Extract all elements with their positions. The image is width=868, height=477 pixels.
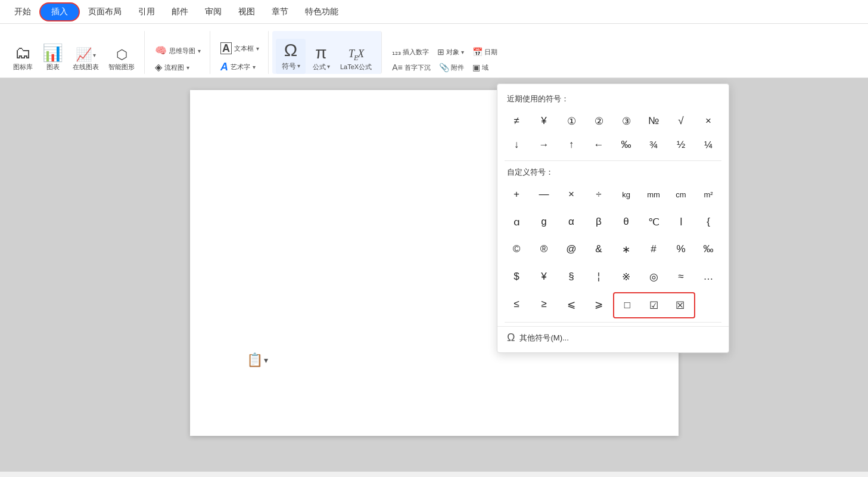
tab-chapter[interactable]: 章节 <box>263 3 297 21</box>
chart-button[interactable]: 📊 图表 <box>39 42 67 74</box>
insert-number-icon: ₁₂₃ <box>392 48 401 57</box>
sym-mm[interactable]: mm <box>640 182 667 206</box>
symbol-up-arrow[interactable]: ↑ <box>558 133 584 157</box>
attachment-button[interactable]: 📎 附件 <box>436 61 467 74</box>
symbol-permille[interactable]: ‰ <box>613 133 639 157</box>
tab-reference[interactable]: 引用 <box>130 3 163 21</box>
sym-percent[interactable]: % <box>668 237 694 261</box>
symbol-12[interactable]: ½ <box>668 133 694 157</box>
symbol-times[interactable]: × <box>695 109 721 133</box>
insert-number-label: 插入数字 <box>403 48 429 57</box>
more-symbols-button[interactable]: Ω 其他符号(M)... <box>497 326 729 346</box>
tab-view[interactable]: 视图 <box>230 3 263 21</box>
sym-broken-bar[interactable]: ¦ <box>586 265 612 289</box>
flowchart-button[interactable]: ◈ 流程图 ▾ <box>152 61 204 74</box>
group-mindmap: 🧠 思维导图 ▾ ◈ 流程图 ▾ <box>148 31 210 74</box>
sym-asterisk[interactable]: ∗ <box>613 237 639 261</box>
symbol-left-arrow[interactable]: ← <box>586 133 612 157</box>
domain-button[interactable]: ▣ 域 <box>469 61 491 74</box>
sym-checkbox-x[interactable]: ☒ <box>667 293 693 317</box>
symbol-right-arrow[interactable]: → <box>531 133 557 157</box>
recent-symbols-title: 近期使用的符号： <box>497 91 729 109</box>
tab-review[interactable]: 审阅 <box>197 3 230 21</box>
textbox-button[interactable]: A 文本框 ▾ <box>217 41 262 56</box>
sym-registered[interactable]: ® <box>531 237 557 261</box>
attachment-icon: 📎 <box>439 63 449 72</box>
symbol-numero[interactable]: № <box>640 109 667 133</box>
tab-special[interactable]: 特色功能 <box>297 3 347 21</box>
sym-reference[interactable]: ※ <box>613 265 639 289</box>
sym-alpha[interactable]: α <box>558 210 584 234</box>
sym-checkbox-checked[interactable]: ☑ <box>640 293 667 317</box>
sym-section[interactable]: § <box>558 265 584 289</box>
first-letter-button[interactable]: A≡ 首字下沉 <box>389 61 434 74</box>
symbol-down-arrow[interactable]: ↓ <box>503 133 530 157</box>
ribbon-tabs: 开始 插入 页面布局 引用 邮件 审阅 视图 章节 特色功能 <box>0 0 868 24</box>
sym-amp[interactable]: & <box>586 237 612 261</box>
symbol-34[interactable]: ¾ <box>640 133 667 157</box>
sym-permille2[interactable]: ‰ <box>695 237 721 261</box>
symbol-circled1[interactable]: ① <box>558 109 584 133</box>
symbol-divider2 <box>505 322 721 323</box>
object-button[interactable]: ⊞ 对象 ▾ <box>434 45 467 58</box>
sym-ellipsis[interactable]: … <box>695 265 721 289</box>
symbol-sqrt[interactable]: √ <box>668 109 694 133</box>
smart-shape-label: 智能图形 <box>108 63 135 72</box>
flowchart-icon: ◈ <box>155 63 162 72</box>
sym-copyright[interactable]: © <box>503 237 530 261</box>
arttext-button[interactable]: A 艺术字 ▾ <box>217 60 262 74</box>
sym-vert-bar[interactable]: ⅼ <box>668 210 694 234</box>
checkbox-symbol-group: □☑☒ <box>613 292 695 318</box>
arttext-label: 艺术字 <box>231 63 250 72</box>
sym-x[interactable]: × <box>558 182 584 206</box>
sym-row5-3[interactable]: ⩾ <box>586 292 612 316</box>
symbol-label: 符号 <box>282 61 296 72</box>
mindmap-label: 思维导图 <box>169 47 195 55</box>
latex-label: LaTeX公式 <box>340 63 372 72</box>
sym-cm[interactable]: cm <box>668 182 694 206</box>
sym-beta[interactable]: β <box>586 210 612 234</box>
mindmap-button[interactable]: 🧠 思维导图 ▾ <box>152 44 204 57</box>
sym-row5-0[interactable]: ≤ <box>503 292 530 316</box>
sym-div[interactable]: ÷ <box>586 182 612 206</box>
sym-row5-2[interactable]: ⩽ <box>558 292 584 316</box>
sym-yen2[interactable]: ¥ <box>531 265 557 289</box>
sym-at[interactable]: @ <box>558 237 584 261</box>
date-button[interactable]: 📅 日期 <box>469 45 500 58</box>
sym-g[interactable]: g <box>531 210 557 234</box>
symbol-circled3[interactable]: ③ <box>613 109 639 133</box>
paste-arrow: ▾ <box>264 355 268 365</box>
tab-insert[interactable]: 插入 <box>39 2 80 21</box>
sym-kg[interactable]: kg <box>613 182 639 206</box>
sym-theta[interactable]: θ <box>613 210 639 234</box>
sym-circled-dot[interactable]: ◎ <box>640 265 667 289</box>
tab-start[interactable]: 开始 <box>6 3 39 21</box>
symbol-yen[interactable]: ¥ <box>531 109 557 133</box>
symbol-icon: Ω <box>284 41 297 59</box>
sym-hash[interactable]: # <box>640 237 667 261</box>
paste-icon-button[interactable]: 📋 ▾ <box>247 352 268 368</box>
tab-page-layout[interactable]: 页面布局 <box>80 3 130 21</box>
tab-mail[interactable]: 邮件 <box>163 3 197 21</box>
sym-row5-1[interactable]: ≥ <box>531 292 557 316</box>
sym-dash[interactable]: — <box>531 182 557 206</box>
symbol-button[interactable]: Ω 符号 ▾ <box>276 39 306 74</box>
insert-number-button[interactable]: ₁₂₃ 插入数字 <box>389 45 432 58</box>
sym-checkbox-empty[interactable]: □ <box>614 293 640 317</box>
sym-celsius[interactable]: ℃ <box>640 210 667 234</box>
icon-lib-button[interactable]: 🗂 图标库 <box>10 42 36 74</box>
latex-button[interactable]: TEX LaTeX公式 <box>337 46 375 74</box>
sym-brace[interactable]: { <box>695 210 721 234</box>
online-chart-arrow: ▾ <box>93 52 96 58</box>
sym-m2[interactable]: m² <box>695 182 721 206</box>
symbol-neq[interactable]: ≠ <box>503 109 530 133</box>
sym-dollar[interactable]: $ <box>503 265 530 289</box>
sym-alpha-variant[interactable]: ɑ <box>503 210 530 234</box>
smart-shape-button[interactable]: ⬡ 智能图形 <box>105 46 138 74</box>
symbol-circled2[interactable]: ② <box>586 109 612 133</box>
formula-button[interactable]: π 公式 ▾ <box>308 42 334 74</box>
sym-approx[interactable]: ≈ <box>668 265 694 289</box>
sym-plus[interactable]: + <box>503 182 530 206</box>
symbol-14[interactable]: ¼ <box>695 133 721 157</box>
online-chart-button[interactable]: 📈 ▾ 在线图表 <box>69 46 102 74</box>
